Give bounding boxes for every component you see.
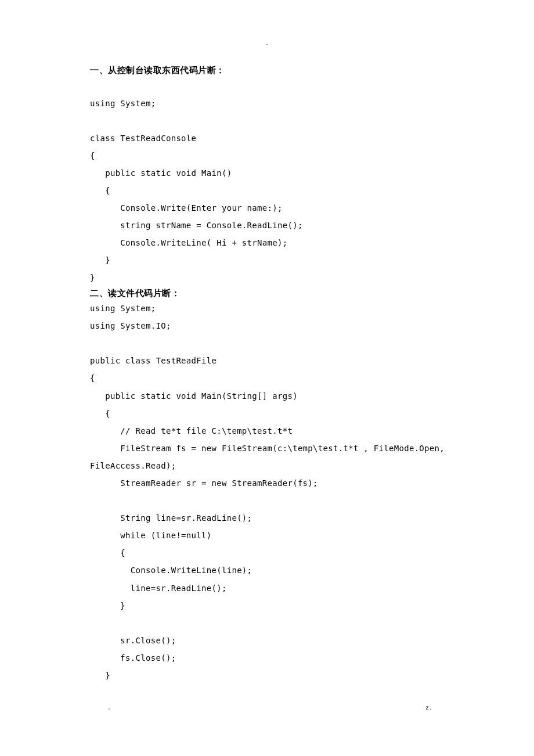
section-2-heading: 二、读文件代码片断： <box>90 287 444 300</box>
spacer <box>90 77 444 95</box>
page-footer: . z. <box>107 704 432 711</box>
section-1-heading: 一、从控制台读取东西代码片断： <box>90 64 444 77</box>
code-block-2: using System; using System.IO; public cl… <box>90 300 444 684</box>
footer-left: . <box>107 704 111 711</box>
header-mark: - <box>265 41 269 47</box>
document-page: - 一、从控制台读取东西代码片断： using System; class Te… <box>0 0 534 756</box>
code-block-1: using System; class TestReadConsole { pu… <box>90 95 444 287</box>
footer-right: z. <box>425 704 432 711</box>
